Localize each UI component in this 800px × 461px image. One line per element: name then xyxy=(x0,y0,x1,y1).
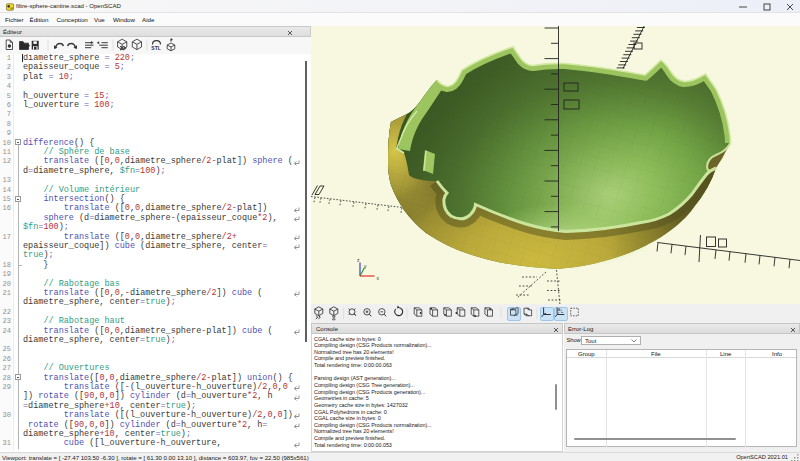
svg-text:y: y xyxy=(364,263,367,269)
svg-text:STL: STL xyxy=(151,45,160,51)
svg-text:x: x xyxy=(377,275,380,281)
svg-text:z: z xyxy=(357,257,360,263)
